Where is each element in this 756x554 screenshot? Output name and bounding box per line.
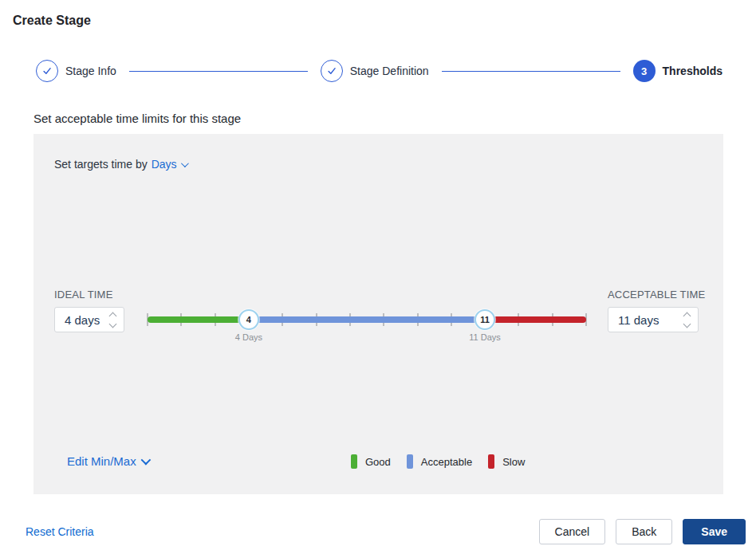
time-unit-dropdown[interactable]: Days — [152, 158, 177, 171]
decrement-icon[interactable] — [109, 320, 117, 328]
slider-segment — [249, 316, 485, 323]
legend-item-slow: Slow — [488, 454, 525, 469]
slow-swatch — [488, 454, 494, 469]
reset-criteria-link[interactable]: Reset Criteria — [26, 525, 94, 538]
check-circle-icon — [36, 60, 58, 82]
check-circle-icon — [321, 60, 343, 82]
decrement-icon[interactable] — [683, 320, 691, 328]
stepper-arrows — [110, 313, 117, 327]
increment-icon[interactable] — [109, 312, 117, 320]
section-heading: Set acceptable time limits for this stag… — [33, 112, 241, 125]
page-title: Create Stage — [13, 14, 91, 28]
back-button[interactable]: Back — [616, 519, 672, 544]
ideal-slider-handle[interactable]: 4 — [238, 309, 259, 330]
chevron-down-icon — [140, 455, 151, 466]
ideal-time-input[interactable]: 4 days — [54, 307, 124, 332]
ideal-time-value: 4 days — [65, 313, 110, 327]
step-thresholds[interactable]: 3 Thresholds — [633, 60, 723, 82]
acceptable-handle-label: 11 Days — [469, 332, 501, 342]
footer-buttons: Cancel Back Save — [539, 519, 746, 544]
acceptable-swatch — [407, 454, 413, 469]
legend-label: Slow — [502, 456, 525, 468]
step-stage-info[interactable]: Stage Info — [36, 60, 116, 82]
good-swatch — [351, 454, 357, 469]
stepper-arrows — [684, 313, 691, 327]
step-number-badge: 3 — [633, 60, 656, 82]
step-label: Stage Info — [65, 65, 116, 77]
slider-segment — [148, 316, 249, 323]
legend-label: Acceptable — [421, 456, 472, 468]
ideal-handle-label: 4 Days — [235, 332, 262, 342]
cancel-button[interactable]: Cancel — [539, 519, 606, 544]
acceptable-time-input[interactable]: 11 days — [608, 307, 699, 332]
legend-item-acceptable: Acceptable — [407, 454, 472, 469]
target-time-prefix: Set targets time by — [54, 158, 148, 171]
acceptable-time-value: 11 days — [618, 313, 684, 327]
step-stage-definition[interactable]: Stage Definition — [321, 60, 429, 82]
legend-item-good: Good — [351, 454, 391, 469]
wizard-stepper: Stage Info Stage Definition 3 Thresholds — [36, 60, 723, 82]
step-label: Stage Definition — [350, 65, 429, 77]
edit-minmax-label: Edit Min/Max — [67, 454, 136, 468]
stepper-connector — [129, 71, 308, 72]
thresholds-panel: Set targets time by Days IDEAL TIME 4 da… — [33, 134, 723, 494]
chevron-down-icon[interactable] — [181, 159, 189, 167]
save-button[interactable]: Save — [683, 519, 746, 544]
ideal-time-label: IDEAL TIME — [54, 289, 166, 301]
increment-icon[interactable] — [683, 312, 691, 320]
stepper-connector — [442, 71, 620, 72]
acceptable-time-label: ACCEPTABLE TIME — [608, 289, 719, 301]
acceptable-time-group: ACCEPTABLE TIME 11 days — [608, 289, 719, 332]
threshold-slider: 4 11 4 Days 11 Days — [148, 305, 586, 345]
create-stage-dialog: Create Stage Stage Info Stage Definition… — [0, 0, 756, 554]
edit-minmax-link[interactable]: Edit Min/Max — [67, 454, 148, 468]
slider-segment — [485, 316, 586, 323]
step-label: Thresholds — [663, 65, 723, 77]
legend-label: Good — [365, 456, 391, 468]
acceptable-slider-handle[interactable]: 11 — [474, 309, 495, 330]
target-time-row: Set targets time by Days — [54, 158, 187, 171]
status-legend: Good Acceptable Slow — [351, 454, 525, 469]
